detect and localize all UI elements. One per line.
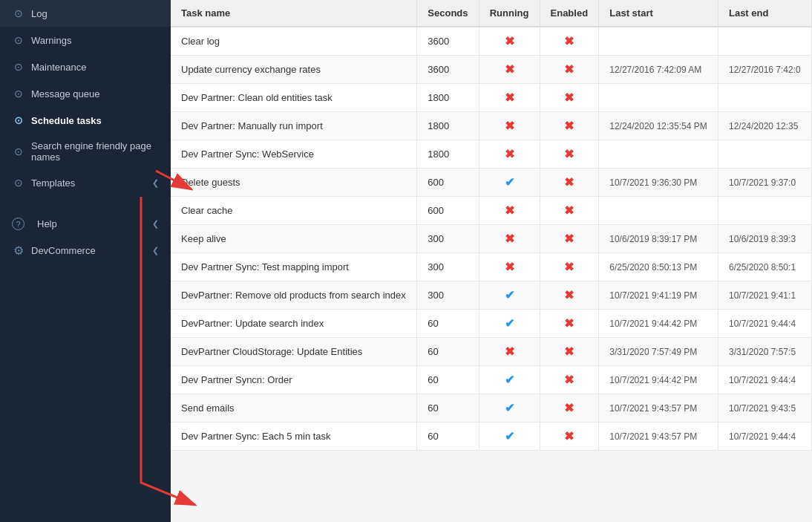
log-icon: ⊙ — [12, 7, 25, 20]
check-icon: ✔ — [505, 176, 514, 189]
sidebar-item-label: DevCommerce — [31, 245, 96, 256]
table-row[interactable]: Dev Partner Syncn: Order60✔✖10/7/2021 9:… — [171, 366, 812, 394]
x-icon: ✖ — [505, 120, 514, 132]
sidebar-item-schedule-tasks[interactable]: ⊙ Schedule tasks — [0, 107, 171, 134]
cell-enabled: ✖ — [540, 140, 599, 169]
cell-last-start: 10/7/2021 9:44:42 PM — [599, 366, 718, 394]
table-row[interactable]: Clear log3600✖✖ — [171, 27, 812, 56]
cell-running: ✖ — [479, 197, 540, 225]
table-row[interactable]: Dev Partner Sync: Test mapping import300… — [171, 253, 812, 281]
main-content: Task name Seconds Running Enabled Last s… — [171, 0, 812, 522]
cell-seconds: 60 — [417, 338, 479, 366]
sidebar-item-warnings[interactable]: ⊙ Warnings — [0, 27, 171, 53]
cell-last-end: 10/7/2021 9:41:1 — [718, 281, 811, 310]
x-icon: ✖ — [564, 63, 574, 76]
cell-last-start: 10/7/2021 9:43:57 PM — [599, 394, 718, 423]
cell-enabled: ✖ — [540, 197, 599, 225]
cell-task-name: Dev Partner Sync: Test mapping import — [171, 253, 417, 281]
table-row[interactable]: Dev Partner Sync: WebService1800✖✖ — [171, 140, 812, 169]
cell-last-start — [599, 84, 718, 112]
cell-enabled: ✖ — [540, 84, 599, 112]
cell-enabled: ✖ — [540, 253, 599, 281]
cell-last-end: 10/7/2021 9:43:5 — [718, 394, 811, 423]
sidebar-item-devcommerce[interactable]: ⚙ DevCommerce ❮ — [0, 237, 171, 264]
sidebar-item-label: Log — [31, 8, 48, 19]
sidebar-item-log[interactable]: ⊙ Log — [0, 0, 171, 27]
sefpn-icon: ⊙ — [12, 145, 25, 158]
cell-last-end: 12/27/2016 7:42:0 — [718, 56, 811, 84]
cell-seconds: 300 — [417, 225, 479, 253]
cell-running: ✖ — [479, 338, 540, 366]
table-row[interactable]: Delete guests600✔✖10/7/2021 9:36:30 PM10… — [171, 169, 812, 197]
cell-task-name: Dev Partner: Clean old entities task — [171, 84, 417, 112]
x-icon: ✖ — [505, 35, 514, 48]
table-container[interactable]: Task name Seconds Running Enabled Last s… — [171, 0, 812, 522]
cell-last-start: 12/27/2016 7:42:09 AM — [599, 56, 718, 84]
cell-running: ✔ — [479, 169, 540, 197]
table-row[interactable]: DevPartner: Update search index60✔✖10/7/… — [171, 310, 812, 338]
cell-task-name: Dev Partner: Manually run import — [171, 112, 417, 140]
cell-last-end: 10/7/2021 9:44:4 — [718, 310, 811, 338]
table-row[interactable]: Keep alive300✖✖10/6/2019 8:39:17 PM10/6/… — [171, 225, 812, 253]
cell-seconds: 60 — [417, 366, 479, 394]
col-enabled: Enabled — [540, 0, 599, 27]
cell-running: ✖ — [479, 253, 540, 281]
devcommerce-icon: ⚙ — [12, 244, 25, 257]
cell-enabled: ✖ — [540, 338, 599, 366]
cell-enabled: ✖ — [540, 56, 599, 84]
cell-last-start: 3/31/2020 7:57:49 PM — [599, 338, 718, 366]
warnings-icon: ⊙ — [12, 33, 25, 47]
schedule-tasks-icon: ⊙ — [12, 114, 25, 127]
x-icon: ✖ — [564, 204, 574, 217]
table-row[interactable]: DevPartner CloudStorage: Update Entities… — [171, 338, 812, 366]
cell-last-end — [718, 84, 811, 112]
chevron-right-icon: ❮ — [152, 219, 159, 229]
cell-last-start — [599, 197, 718, 225]
cell-last-start: 10/7/2021 9:43:57 PM — [599, 423, 718, 451]
table-row[interactable]: DevPartner: Remove old products from sea… — [171, 281, 812, 310]
cell-task-name: DevPartner: Remove old products from sea… — [171, 281, 417, 310]
table-row[interactable]: Update currency exchange rates3600✖✖12/2… — [171, 56, 812, 84]
sidebar-item-message-queue[interactable]: ⊙ Message queue — [0, 80, 171, 107]
cell-seconds: 1800 — [417, 84, 479, 112]
cell-task-name: Send emails — [171, 394, 417, 423]
cell-seconds: 60 — [417, 423, 479, 451]
cell-last-start — [599, 27, 718, 56]
cell-enabled: ✖ — [540, 225, 599, 253]
sidebar-item-help[interactable]: ? Help ❮ — [0, 211, 171, 237]
x-icon: ✖ — [505, 261, 514, 273]
cell-task-name: Update currency exchange rates — [171, 56, 417, 84]
cell-seconds: 60 — [417, 310, 479, 338]
x-icon: ✖ — [505, 91, 514, 104]
cell-last-end: 3/31/2020 7:57:5 — [718, 338, 811, 366]
table-row[interactable]: Clear cache600✖✖ — [171, 197, 812, 225]
table-row[interactable]: Dev Partner: Manually run import1800✖✖12… — [171, 112, 812, 140]
x-icon: ✖ — [564, 120, 574, 132]
sidebar-item-label: Schedule tasks — [31, 115, 102, 126]
cell-enabled: ✖ — [540, 112, 599, 140]
sidebar-item-label: Templates — [31, 177, 75, 189]
table-row[interactable]: Send emails60✔✖10/7/2021 9:43:57 PM10/7/… — [171, 394, 812, 423]
table-row[interactable]: Dev Partner Sync: Each 5 min task60✔✖10/… — [171, 423, 812, 451]
cell-task-name: DevPartner CloudStorage: Update Entities — [171, 338, 417, 366]
cell-enabled: ✖ — [540, 310, 599, 338]
maintenance-icon: ⊙ — [12, 60, 25, 74]
sidebar-item-sefpn[interactable]: ⊙ Search engine friendly page names — [0, 134, 171, 169]
table-row[interactable]: Dev Partner: Clean old entities task1800… — [171, 84, 812, 112]
cell-running: ✔ — [479, 281, 540, 310]
sidebar-item-maintenance[interactable]: ⊙ Maintenance — [0, 53, 171, 80]
cell-last-end: 10/6/2019 8:39:3 — [718, 225, 811, 253]
check-icon: ✔ — [505, 317, 514, 330]
cell-last-start: 10/7/2021 9:41:19 PM — [599, 281, 718, 310]
cell-seconds: 1800 — [417, 112, 479, 140]
cell-task-name: Dev Partner Sync: Each 5 min task — [171, 423, 417, 451]
cell-last-end: 10/7/2021 9:44:4 — [718, 366, 811, 394]
x-icon: ✖ — [564, 261, 574, 273]
cell-seconds: 300 — [417, 253, 479, 281]
x-icon: ✖ — [564, 402, 574, 414]
sidebar-item-templates[interactable]: ⊙ Templates ❮ — [0, 169, 171, 196]
col-task-name: Task name — [171, 0, 417, 27]
cell-task-name: Dev Partner Sync: WebService — [171, 140, 417, 169]
cell-running: ✔ — [479, 394, 540, 423]
x-icon: ✖ — [505, 204, 514, 217]
